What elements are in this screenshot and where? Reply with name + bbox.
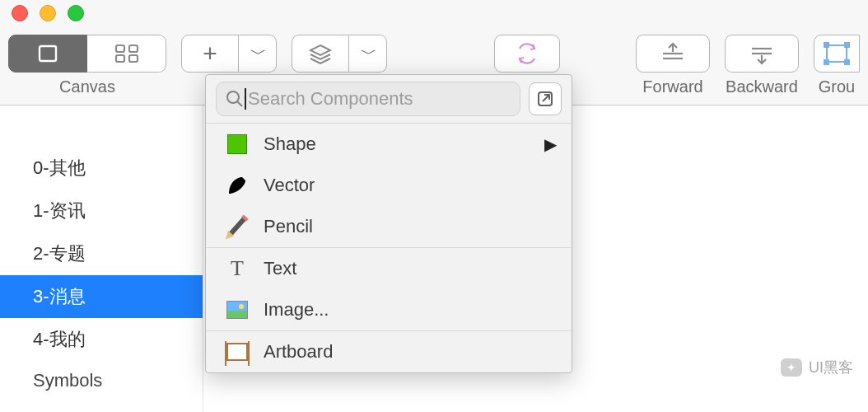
- svg-rect-15: [824, 60, 828, 64]
- submenu-arrow-icon: ▶: [544, 134, 557, 154]
- search-icon: [225, 89, 245, 109]
- forward-label: Forward: [642, 77, 702, 96]
- group-label: Grou: [819, 77, 855, 96]
- svg-rect-4: [129, 55, 138, 62]
- layers-icon: [308, 43, 333, 64]
- insert-artboard-item[interactable]: Artboard: [206, 331, 572, 372]
- group-group: Grou: [814, 35, 860, 96]
- svg-rect-14: [845, 43, 849, 47]
- svg-rect-0: [40, 46, 56, 61]
- insert-button[interactable]: +: [181, 35, 239, 73]
- svg-line-18: [237, 101, 242, 106]
- watermark-text: UI黑客: [809, 358, 853, 377]
- shape-icon: [227, 134, 247, 154]
- forward-button[interactable]: [636, 35, 710, 73]
- minimize-window-button[interactable]: [40, 5, 56, 21]
- maximize-window-button[interactable]: [68, 5, 84, 21]
- pencil-icon: [228, 217, 246, 236]
- bring-forward-icon: [659, 42, 687, 65]
- chevron-down-icon: ﹀: [250, 43, 267, 65]
- svg-marker-5: [310, 45, 330, 55]
- watermark: ✦ UI黑客: [781, 358, 853, 377]
- svg-rect-12: [827, 45, 847, 62]
- sidebar-item-selected[interactable]: 3-消息: [0, 275, 203, 318]
- insert-text-item[interactable]: T Text: [206, 248, 572, 289]
- wechat-icon: ✦: [781, 358, 802, 377]
- sidebar-item[interactable]: 2-专题: [0, 232, 203, 275]
- sidebar-item-symbols[interactable]: Symbols: [0, 361, 203, 400]
- insert-popover: Shape ▶ Vector Pencil T Text Image... Ar…: [205, 74, 572, 373]
- vector-icon: [226, 174, 249, 197]
- insert-pencil-item[interactable]: Pencil: [206, 206, 572, 247]
- sidebar-item[interactable]: 0-其他: [0, 147, 203, 190]
- svg-point-17: [227, 91, 239, 103]
- search-components-field[interactable]: [216, 82, 520, 116]
- chevron-down-icon: ﹀: [361, 43, 377, 65]
- text-cursor: [245, 88, 246, 110]
- sidebar-item[interactable]: 4-我的: [0, 318, 203, 361]
- sidebar-item-label: 2-专题: [33, 243, 86, 264]
- insert-shape-item[interactable]: Shape ▶: [206, 124, 572, 165]
- search-components-input[interactable]: [248, 88, 511, 110]
- layers-button[interactable]: [292, 35, 349, 73]
- canvas-group-label: Canvas: [59, 77, 115, 96]
- rotate-icon: [513, 41, 541, 66]
- sidebar-item-label: 3-消息: [33, 286, 86, 307]
- rotate-group: [494, 35, 560, 73]
- sidebar-item-label: 4-我的: [33, 329, 86, 349]
- insert-dropdown-button[interactable]: ﹀: [239, 35, 277, 73]
- forward-group: Forward: [636, 35, 710, 96]
- text-icon: T: [231, 258, 244, 279]
- insert-group: + ﹀: [181, 35, 277, 73]
- grid-icon: [114, 43, 140, 64]
- svg-rect-16: [845, 60, 849, 64]
- insert-item-label: Artboard: [264, 341, 557, 363]
- sidebar-item-label: 0-其他: [33, 157, 86, 178]
- canvas-view-button[interactable]: [8, 35, 87, 73]
- insert-vector-item[interactable]: Vector: [206, 165, 572, 206]
- sidebar-item-label: 1-资讯: [33, 200, 86, 221]
- detach-panel-button[interactable]: [529, 82, 562, 115]
- svg-rect-3: [116, 55, 124, 62]
- popout-icon: [536, 90, 554, 108]
- insert-item-label: Pencil: [264, 216, 557, 237]
- backward-label: Backward: [726, 77, 798, 96]
- insert-image-item[interactable]: Image...: [206, 289, 572, 330]
- artboard-icon: [226, 343, 248, 361]
- insert-item-label: Vector: [264, 175, 557, 196]
- insert-item-label: Image...: [264, 299, 557, 321]
- group-button[interactable]: [814, 35, 860, 73]
- insert-item-label: Shape: [264, 133, 530, 155]
- send-backward-icon: [748, 42, 776, 65]
- svg-line-20: [543, 96, 548, 101]
- group-icon: [824, 42, 850, 65]
- svg-rect-1: [116, 45, 124, 52]
- layers-group: ﹀: [292, 35, 387, 73]
- plus-icon: +: [203, 41, 217, 66]
- rotate-button[interactable]: [494, 35, 560, 73]
- image-icon: [226, 301, 248, 319]
- insert-item-label: Text: [264, 258, 557, 279]
- artboard-frame-icon: [35, 43, 60, 64]
- svg-rect-13: [824, 43, 828, 47]
- close-window-button[interactable]: [12, 5, 28, 21]
- backward-group: Backward: [725, 35, 799, 96]
- sidebar-item[interactable]: 1-资讯: [0, 190, 203, 232]
- layers-sidebar: 0-其他 1-资讯 2-专题 3-消息 4-我的 Symbols: [0, 105, 203, 412]
- backward-button[interactable]: [725, 35, 799, 73]
- components-view-button[interactable]: [87, 35, 166, 73]
- layers-dropdown-button[interactable]: ﹀: [349, 35, 387, 73]
- window-title-bar: [0, 0, 868, 26]
- svg-rect-2: [129, 45, 138, 52]
- canvas-view-group: Canvas: [8, 35, 166, 96]
- sidebar-item-label: Symbols: [33, 370, 102, 391]
